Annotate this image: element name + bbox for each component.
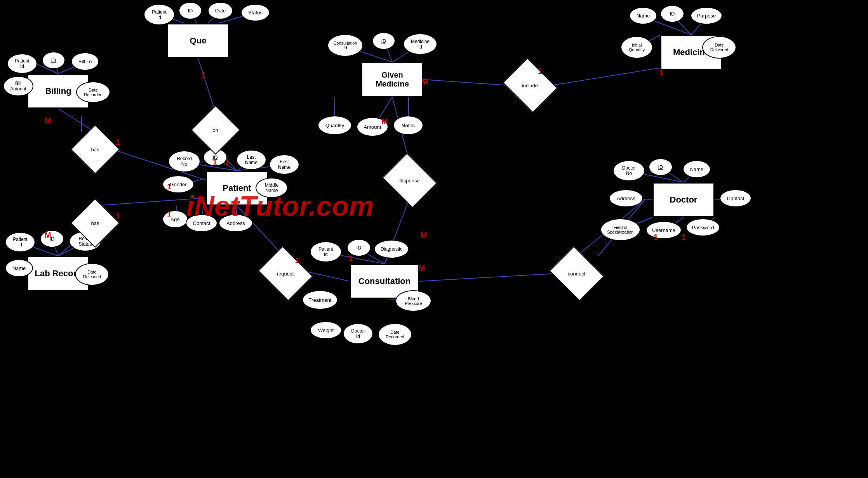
attr-con-doctorid: DoctorId (343, 323, 373, 344)
svg-line-31 (551, 68, 660, 85)
attr-doc-doctorno: DoctorNo (613, 160, 645, 181)
attr-gm-quantity: Quantity (318, 116, 352, 135)
card-consultation-m: M (419, 264, 425, 273)
entity-given-medicine: GivenMedicine (361, 62, 423, 97)
card-lab-has: M (45, 231, 51, 240)
svg-line-5 (198, 58, 216, 113)
card-patient-has1: 1 (167, 182, 171, 191)
attr-doc-username: Username (646, 221, 682, 239)
attr-pat-lastname: LastName (236, 150, 266, 170)
attr-pat-recordno: RecordNo (168, 151, 200, 172)
attr-que-status: Status (241, 4, 270, 21)
card-con-request: 1 (349, 254, 353, 263)
card-dispense-con: M (421, 231, 427, 240)
attr-con-daterecorded: DateRecorded (378, 323, 412, 346)
attr-que-date: Date (208, 2, 233, 19)
attr-med-initialqty: InitialQuantity (621, 36, 653, 59)
card-on-patient2: 1 (225, 158, 229, 166)
attr-con-weight: Weight (310, 321, 342, 339)
svg-line-12 (58, 109, 95, 132)
attr-billing-patientid: PatientId (7, 54, 37, 74)
attr-con-bloodpressure: BloodPressure (395, 290, 431, 312)
attr-doc-name: Name (683, 160, 711, 178)
attr-doc-fieldspec: Field ofSpecialization (600, 218, 640, 241)
attr-med-datedelivered: DateDelivered (702, 36, 736, 59)
card-has-billing1: 1 (116, 138, 120, 147)
attr-billing-billto: Bill To (71, 52, 99, 71)
svg-line-58 (419, 274, 555, 281)
attr-con-patientid: PatientId (310, 241, 342, 262)
card-include-med: 1 (538, 67, 542, 76)
svg-line-30 (423, 80, 509, 85)
attr-que-id: ID (179, 2, 202, 19)
attr-gm-medicineid: MedicineId (403, 33, 437, 55)
card-billing-has: M (45, 116, 51, 125)
attr-gm-id: ID (372, 32, 395, 50)
attr-pat-age: Age (162, 210, 188, 228)
attr-lab-patientid: PatientId (5, 232, 35, 252)
card-que-on: 1 (202, 71, 206, 80)
attr-doc-password: Password (686, 218, 720, 236)
attr-gm-consultationid: ConsultationId (327, 34, 363, 57)
attr-med-purpose: Purpose (691, 7, 722, 24)
attr-con-treatment: Treatment (302, 290, 338, 310)
attr-lab-id: ID (40, 230, 64, 248)
entity-doctor: Doctor (652, 182, 715, 217)
card-gm-include: M (422, 78, 428, 87)
entity-que: Que (167, 23, 229, 58)
card-med-1: 1 (659, 68, 664, 77)
card-gm-dispense: M (381, 117, 388, 126)
attr-lab-datereleased: DateReleased (75, 263, 109, 286)
attr-billing-id: ID (42, 52, 65, 69)
attr-gm-notes: Notes (393, 116, 423, 135)
connection-lines (0, 0, 868, 478)
erd-diagram: Que Billing GivenMedicine Medicine Patie… (0, 0, 868, 478)
attr-doc-contact: Contact (720, 189, 751, 207)
card-has-lab1: 1 (116, 211, 120, 220)
attr-med-name: Name (629, 7, 657, 24)
attr-doc-id: ID (649, 158, 673, 176)
svg-line-47 (307, 272, 350, 281)
attr-que-patientid: PatientId (144, 4, 175, 25)
card-doctor-1: 1 (654, 233, 658, 242)
card-on-patient1: 1 (213, 158, 217, 166)
attr-med-id: ID (660, 5, 684, 23)
card-request-m: 1 (295, 256, 299, 265)
attr-pat-firstname: FirstName (269, 154, 299, 175)
card-conduct-1: 1 (682, 233, 686, 242)
attr-doc-address: Address (609, 189, 643, 207)
attr-billing-billamount: BillAmount (3, 76, 33, 96)
attr-lab-name: Name (5, 259, 33, 277)
attr-billing-daterecorded: DateRecorded (76, 81, 110, 103)
watermark: iNetTutor.com (186, 190, 374, 222)
card-patient-has2: 1 (167, 210, 171, 218)
attr-con-diagnostic: Diagnostic (374, 240, 409, 258)
